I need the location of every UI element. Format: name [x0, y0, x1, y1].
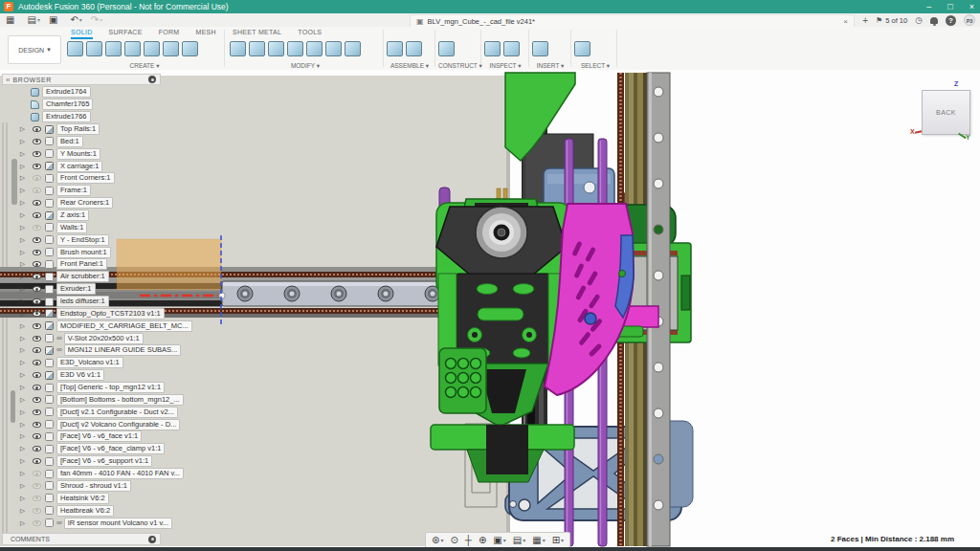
browser-item-label[interactable]: [Duct] v2 Volcano Configurable - D... — [56, 419, 180, 430]
expand-arrow-icon[interactable]: ▷ — [20, 335, 33, 342]
expand-arrow-icon[interactable]: ▷ — [20, 421, 33, 429]
visibility-eye-icon[interactable] — [33, 187, 45, 193]
visibility-eye-icon[interactable] — [33, 409, 45, 415]
browser-row[interactable]: ▷ ∞ Exruder:1 — [2, 283, 193, 296]
combine-icon[interactable] — [306, 41, 323, 56]
browser-item-label[interactable]: [Top] Generic - top_mgn12 v1:1 — [56, 382, 165, 393]
visibility-eye-icon[interactable] — [33, 286, 45, 292]
browser-row[interactable]: ▷ ∞ Top Rails:1 — [2, 123, 193, 136]
insert-canvas-icon[interactable] — [532, 41, 548, 56]
browser-row[interactable]: ▷ ∞ fan 40mm - 4010 FAN - 4010 FAN v... — [2, 468, 193, 480]
expand-arrow-icon[interactable]: ▷ — [20, 396, 33, 404]
viewports-icon[interactable]: ⊞▾ — [552, 536, 564, 545]
visibility-eye-icon[interactable] — [33, 508, 45, 514]
visibility-eye-icon[interactable] — [33, 458, 45, 464]
expand-arrow-icon[interactable]: ▷ — [20, 125, 33, 133]
browser-row[interactable]: ▷ ∞ V-Slot 20x20x500 v1:1 — [2, 332, 193, 344]
visibility-eye-icon[interactable] — [33, 225, 45, 231]
expand-arrow-icon[interactable]: ▷ — [20, 249, 33, 256]
loft-icon[interactable] — [144, 41, 160, 56]
fit-icon[interactable]: ▣▾ — [493, 536, 505, 545]
view-cube[interactable]: BACK — [922, 90, 970, 135]
ribbon-tab[interactable]: FORM — [159, 29, 180, 39]
browser-item-label[interactable]: leds diffuser:1 — [56, 296, 109, 307]
undo-icon[interactable]: ↶▾ — [70, 15, 81, 25]
expand-arrow-icon[interactable]: ▷ — [20, 150, 33, 158]
browser-item-label[interactable]: Air scrubber:1 — [56, 271, 109, 282]
browser-row[interactable]: ▷ ∞ Front Corners:1 — [2, 172, 193, 185]
browser-row[interactable]: ▷ ∞ Y Mounts:1 — [2, 147, 193, 160]
help-icon[interactable]: ? — [946, 15, 956, 26]
browser-item-label[interactable]: Brush mount:1 — [56, 247, 111, 258]
browser-item-label[interactable]: Top Rails:1 — [56, 123, 100, 135]
orbit-icon[interactable]: ⊛▾ — [432, 536, 443, 545]
browser-row[interactable]: ▷ ∞ Frame:1 — [2, 185, 193, 197]
browser-item-label[interactable]: IR sensor mount Volcano v1 v... — [64, 518, 172, 529]
expand-arrow-icon[interactable]: ▷ — [20, 138, 33, 145]
offset-face-icon[interactable] — [325, 41, 342, 56]
expand-arrow-icon[interactable]: ▷ — [20, 470, 33, 477]
browser-row[interactable]: ▷ ∞ Brush mount:1 — [2, 246, 193, 258]
visibility-eye-icon[interactable] — [33, 433, 45, 439]
browser-row[interactable]: ▷ ∞ [Face] V6 - v6_support v1:1 — [2, 455, 193, 468]
ribbon-tab[interactable]: SHEET METAL — [233, 29, 281, 39]
ribbon-tab[interactable]: MESH — [196, 29, 216, 39]
browser-row[interactable]: ▷ ∞ [Bottom] Bottoms - bottom_mgn12_... — [2, 393, 193, 406]
browser-item-label[interactable]: [Face] V6 - v6_face v1:1 — [56, 430, 142, 442]
expand-arrow-icon[interactable]: ▷ — [20, 224, 33, 231]
browser-item-label[interactable]: Endstop_Opto_TCST2103 v1:1 — [56, 308, 165, 320]
browser-row[interactable]: ▷ ∞ leds diffuser:1 — [2, 296, 193, 308]
visibility-eye-icon[interactable] — [33, 175, 45, 181]
browser-row[interactable]: ▷ ∞ [Duct] v2.1 Configurable - Duct v2..… — [2, 406, 193, 418]
expand-arrow-icon[interactable]: ▷ — [20, 273, 33, 280]
browser-item-label[interactable]: Extrude1764 — [42, 86, 91, 98]
hole-icon[interactable] — [163, 41, 179, 56]
create-sketch-icon[interactable] — [67, 41, 83, 56]
visibility-eye-icon[interactable] — [33, 397, 45, 403]
browser-row[interactable]: ▷ ∞ Extrude1766 — [2, 111, 193, 123]
visibility-eye-icon[interactable] — [33, 446, 45, 452]
visibility-eye-icon[interactable] — [33, 250, 45, 255]
revolve-icon[interactable] — [105, 41, 122, 56]
move-icon[interactable] — [345, 41, 361, 56]
visibility-eye-icon[interactable] — [33, 347, 45, 353]
visibility-eye-icon[interactable] — [33, 323, 45, 329]
browser-item-label[interactable]: Walls:1 — [56, 222, 87, 233]
browser-row[interactable]: ▷ ∞ Heatbreak V6:2 — [2, 504, 193, 517]
expand-arrow-icon[interactable]: ▷ — [20, 384, 33, 391]
save-icon[interactable]: ▣▾ — [49, 15, 61, 25]
press-pull-icon[interactable] — [230, 41, 246, 56]
browser-item-label[interactable]: Z axis:1 — [56, 209, 89, 221]
visibility-eye-icon[interactable] — [33, 471, 45, 476]
new-component-icon[interactable] — [387, 41, 403, 56]
visibility-eye-icon[interactable] — [33, 372, 45, 378]
visibility-eye-icon[interactable] — [33, 385, 45, 390]
expand-arrow-icon[interactable]: ▷ — [20, 457, 33, 465]
visibility-eye-icon[interactable] — [33, 151, 45, 157]
browser-item-label[interactable]: [Face] V6 - v6_support v1:1 — [56, 455, 152, 467]
browser-row[interactable]: ▷ ∞ E3D_Volcano v1:1 — [2, 357, 193, 369]
browser-row[interactable]: ▷ ∞ Shroud - shroud v1:1 — [2, 480, 193, 493]
expand-arrow-icon[interactable]: ▷ — [20, 199, 33, 207]
expand-arrow-icon[interactable]: ▷ — [20, 260, 33, 268]
expand-arrow-icon[interactable]: ▷ — [20, 187, 33, 194]
x-carriage-assembly[interactable] — [431, 187, 574, 482]
expand-arrow-icon[interactable]: ▷ — [20, 236, 33, 244]
visibility-eye-icon[interactable] — [33, 126, 45, 132]
browser-row[interactable]: ▷ ∞ [Face] V6 - v6_face_clamp v1:1 — [2, 443, 193, 455]
browser-row[interactable]: ▷ ∞ Z axis:1 — [2, 209, 193, 222]
expand-arrow-icon[interactable]: ▷ — [20, 482, 33, 490]
browser-item-label[interactable]: Rear Croners:1 — [56, 197, 113, 209]
visibility-eye-icon[interactable] — [33, 200, 45, 206]
expand-arrow-icon[interactable]: ▷ — [20, 163, 33, 170]
browser-item-label[interactable]: E3D V6 v1:1 — [56, 369, 104, 381]
expand-arrow-icon[interactable]: ▷ — [20, 322, 33, 330]
browser-row[interactable]: ▷ ∞ Chamfer1765 — [2, 99, 193, 111]
notifications-bell-icon[interactable] — [930, 17, 938, 24]
extrude-icon[interactable] — [86, 41, 102, 56]
browser-row[interactable]: ▷ ∞ [Face] V6 - v6_face v1:1 — [2, 430, 193, 443]
expand-arrow-icon[interactable]: ▷ — [20, 495, 33, 502]
visibility-eye-icon[interactable] — [33, 360, 45, 365]
new-document-tab-button[interactable]: + — [862, 15, 868, 26]
visibility-eye-icon[interactable] — [33, 311, 45, 317]
